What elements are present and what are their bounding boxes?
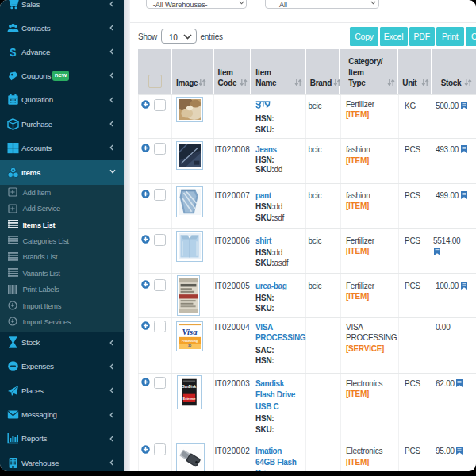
svg-text:Visa: Visa: [182, 327, 198, 336]
svg-text:$: $: [10, 46, 17, 58]
svg-text:3D: 3D: [187, 344, 191, 347]
svg-text:Extreme: Extreme: [183, 396, 197, 400]
svg-text:Processing: Processing: [182, 339, 198, 342]
svg-text:SanDisk: SanDisk: [182, 384, 197, 388]
